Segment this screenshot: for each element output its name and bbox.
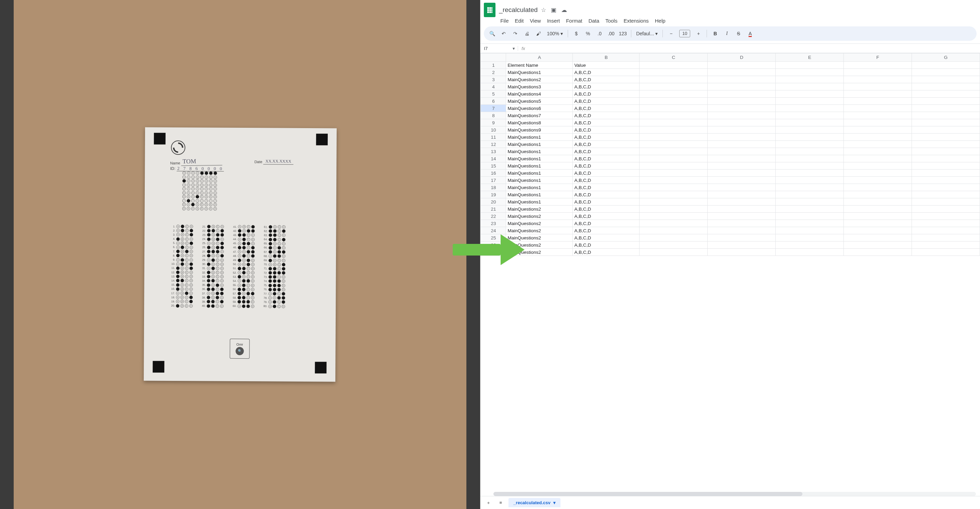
row-header[interactable]: 9 <box>481 119 506 126</box>
cell[interactable]: A,B,C,D <box>573 83 640 91</box>
row-header[interactable]: 23 <box>481 220 506 227</box>
increase-decimal-button[interactable]: .00 <box>608 31 614 36</box>
cell[interactable]: MainQuestions1 <box>506 198 573 206</box>
cell[interactable]: A,B,C,D <box>573 91 640 97</box>
strike-button[interactable]: S <box>735 31 742 36</box>
menu-format[interactable]: Format <box>566 18 582 24</box>
menu-edit[interactable]: Edit <box>515 18 524 24</box>
row-header[interactable]: 5 <box>481 91 506 97</box>
sheets-app-icon[interactable] <box>484 3 495 17</box>
row-header[interactable]: 12 <box>481 141 506 148</box>
search-icon[interactable]: 🔍 <box>488 31 495 36</box>
row-header[interactable]: 6 <box>481 97 506 105</box>
decrease-decimal-button[interactable]: .0 <box>596 31 603 36</box>
redo-button[interactable]: ↷ <box>512 31 519 36</box>
cell[interactable]: A,B,C,D <box>573 97 640 105</box>
cell[interactable]: MainQuestions1 <box>506 141 573 148</box>
cell[interactable]: A,B,C,D <box>573 234 640 241</box>
cell[interactable]: A,B,C,D <box>573 220 640 227</box>
number-format-button[interactable]: 123 <box>619 31 626 36</box>
add-sheet-button[interactable]: ＋ <box>484 498 493 507</box>
col-header-C[interactable]: C <box>640 53 708 62</box>
cell[interactable]: MainQuestions1 <box>506 69 573 76</box>
fontsize-plus[interactable]: + <box>695 31 702 36</box>
cell[interactable]: Value <box>573 62 640 69</box>
italic-button[interactable]: I <box>723 31 730 36</box>
cell[interactable]: A,B,C,D <box>573 206 640 213</box>
cell[interactable]: MainQuestions2 <box>506 227 573 234</box>
all-sheets-button[interactable]: ≡ <box>496 498 505 507</box>
col-header-E[interactable]: E <box>776 53 844 62</box>
cell[interactable]: A,B,C,D <box>573 241 640 249</box>
name-box[interactable]: I7 <box>480 46 510 51</box>
grid[interactable]: ABCDEFG 1Element NameValue2MainQuestions… <box>480 53 980 496</box>
cell[interactable]: A,B,C,D <box>573 126 640 134</box>
cell[interactable]: MainQuestions7 <box>506 112 573 119</box>
cell[interactable]: A,B,C,D <box>573 155 640 162</box>
cell[interactable]: A,B,C,D <box>573 162 640 169</box>
cell[interactable]: MainQuestions1 <box>506 155 573 162</box>
col-header-A[interactable]: A <box>506 53 573 62</box>
cell[interactable]: MainQuestions5 <box>506 97 573 105</box>
doc-title[interactable]: _recalculated <box>499 6 538 14</box>
sheet-tab[interactable]: _recalculated.csv ▾ <box>509 498 560 507</box>
row-header[interactable]: 13 <box>481 148 506 155</box>
select-all-corner[interactable] <box>481 53 506 62</box>
row-header[interactable]: 3 <box>481 76 506 83</box>
cell[interactable]: A,B,C,D <box>573 198 640 206</box>
cell[interactable]: MainQuestions1 <box>506 134 573 141</box>
row-header[interactable]: 14 <box>481 155 506 162</box>
paint-format-button[interactable]: 🖌 <box>535 31 542 36</box>
cell[interactable]: MainQuestions8 <box>506 119 573 126</box>
row-header[interactable]: 7 <box>481 105 506 112</box>
cell[interactable]: A,B,C,D <box>573 249 640 256</box>
menu-insert[interactable]: Insert <box>547 18 560 24</box>
cell[interactable]: MainQuestions4 <box>506 91 573 97</box>
cell[interactable]: A,B,C,D <box>573 112 640 119</box>
cell[interactable]: A,B,C,D <box>573 105 640 112</box>
cell[interactable]: A,B,C,D <box>573 69 640 76</box>
print-button[interactable]: 🖨 <box>523 31 530 36</box>
move-icon[interactable]: ▣ <box>551 6 556 14</box>
row-header[interactable]: 1 <box>481 62 506 69</box>
cell[interactable]: MainQuestions2 <box>506 76 573 83</box>
row-header[interactable]: 2 <box>481 69 506 76</box>
cell[interactable]: A,B,C,D <box>573 169 640 177</box>
row-header[interactable]: 8 <box>481 112 506 119</box>
row-header[interactable]: 17 <box>481 177 506 184</box>
row-header[interactable]: 19 <box>481 191 506 198</box>
cell[interactable]: A,B,C,D <box>573 76 640 83</box>
fontsize-minus[interactable]: − <box>668 31 675 36</box>
cell[interactable]: A,B,C,D <box>573 191 640 198</box>
star-icon[interactable]: ☆ <box>541 6 546 14</box>
text-color-button[interactable]: A <box>747 31 754 36</box>
cell[interactable]: A,B,C,D <box>573 119 640 126</box>
row-header[interactable]: 11 <box>481 134 506 141</box>
cell[interactable]: MainQuestions1 <box>506 162 573 169</box>
cell[interactable]: MainQuestions2 <box>506 213 573 220</box>
fontsize-input[interactable]: 10 <box>679 30 690 37</box>
cell[interactable]: A,B,C,D <box>573 184 640 191</box>
cell[interactable]: A,B,C,D <box>573 148 640 155</box>
currency-button[interactable]: $ <box>573 31 580 36</box>
row-header[interactable]: 21 <box>481 206 506 213</box>
row-header[interactable]: 18 <box>481 184 506 191</box>
menu-data[interactable]: Data <box>589 18 600 24</box>
undo-button[interactable]: ↶ <box>500 31 507 36</box>
font-dropdown[interactable]: Defaul... ▾ <box>636 31 658 36</box>
cell[interactable]: MainQuestions1 <box>506 184 573 191</box>
row-header[interactable]: 10 <box>481 126 506 134</box>
col-header-F[interactable]: F <box>844 53 912 62</box>
col-header-B[interactable]: B <box>573 53 640 62</box>
cell[interactable]: MainQuestions3 <box>506 83 573 91</box>
col-header-G[interactable]: G <box>912 53 980 62</box>
horizontal-scrollbar[interactable] <box>493 492 976 496</box>
row-header[interactable]: 16 <box>481 169 506 177</box>
row-header[interactable]: 4 <box>481 83 506 91</box>
cell[interactable]: MainQuestions1 <box>506 169 573 177</box>
row-header[interactable]: 24 <box>481 227 506 234</box>
cell[interactable]: Element Name <box>506 62 573 69</box>
cell[interactable]: A,B,C,D <box>573 134 640 141</box>
cell[interactable]: A,B,C,D <box>573 177 640 184</box>
cell[interactable]: A,B,C,D <box>573 213 640 220</box>
